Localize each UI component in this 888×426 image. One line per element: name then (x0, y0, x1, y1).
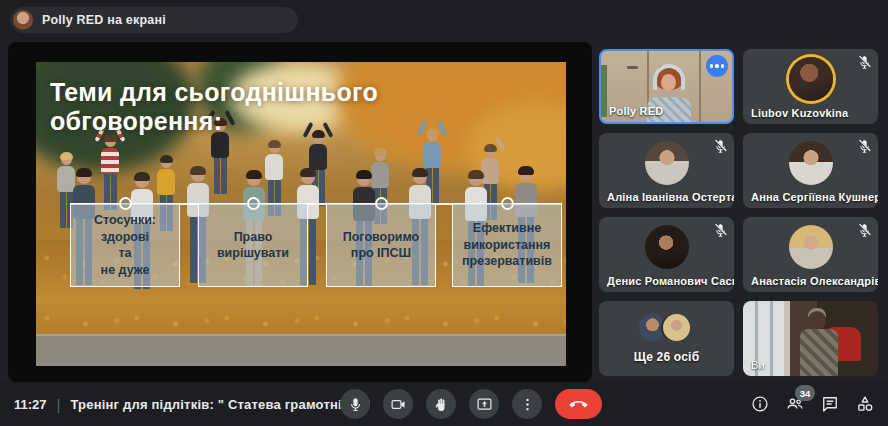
shared-screen-tile[interactable]: Теми для сьогоднішнього обговорення: Сто… (8, 42, 592, 382)
topic-marker-icon (501, 197, 514, 210)
camera-button[interactable] (383, 389, 413, 419)
slide-title: Теми для сьогоднішнього обговорення: (50, 78, 540, 136)
participant-tile-polly-red[interactable]: Polly RED (599, 49, 734, 124)
participant-name: Liubov Kuzovkina (751, 107, 848, 119)
more-participants-tile[interactable]: Ще 26 осіб (599, 301, 734, 376)
participant-avatar (789, 57, 833, 101)
end-call-button[interactable] (555, 389, 602, 419)
mic-off-icon (712, 138, 729, 155)
participant-video (808, 311, 826, 330)
meeting-panels: 34 (749, 382, 876, 426)
participants-button[interactable]: 34 (784, 393, 806, 415)
background-decor (601, 65, 607, 117)
raise-hand-button[interactable] (426, 389, 456, 419)
clock-time: 11:27 (14, 397, 47, 412)
topic-text: Поговоримо про ІПСШ (343, 229, 420, 262)
self-view-tile[interactable]: Ви (743, 301, 878, 376)
present-screen-button[interactable] (469, 389, 499, 419)
participant-avatar (639, 314, 666, 341)
tile-more-options-button[interactable] (706, 55, 728, 77)
participant-tile-anastasiia[interactable]: Анастасія Олександрівн... (743, 217, 878, 292)
activities-button[interactable] (854, 393, 876, 415)
mic-off-icon (856, 222, 873, 239)
call-controls (340, 389, 602, 419)
participant-tile-alina-ostertah[interactable]: Аліна Іванівна Остертаг (599, 133, 734, 208)
presenter-status-pill[interactable]: Polly RED на екрані (10, 7, 298, 33)
meeting-title: Тренінг для підлітків: " Статева грамотн… (70, 397, 370, 412)
more-participants-label: Ще 26 осіб (634, 350, 700, 364)
topic-text: Стосунки: здорові та не дуже (94, 212, 156, 278)
participant-avatar (789, 141, 833, 185)
participant-name: Денис Романович Саска (607, 275, 734, 287)
participant-tile-denys-saska[interactable]: Денис Романович Саска (599, 217, 734, 292)
meet-app: Polly RED на екрані (0, 0, 888, 426)
topic-text: Ефективне використання презервативів (462, 220, 552, 270)
mic-off-icon (856, 138, 873, 155)
participant-video (661, 74, 676, 91)
participants-grid: Polly RED Liubov Kuzovkina Аліна І (599, 49, 878, 376)
presenter-avatar (13, 10, 33, 30)
person-figure (98, 136, 122, 210)
topic-box-4: Ефективне використання презервативів (452, 203, 562, 287)
participant-name: Анна Сергіївна Кушнерик (751, 191, 878, 203)
topic-marker-icon (119, 197, 132, 210)
participant-avatar (645, 225, 689, 269)
topic-text: Право вирішувати (217, 229, 289, 262)
participant-avatar (645, 141, 689, 185)
mic-off-icon (712, 222, 729, 239)
topic-box-2: Право вирішувати (198, 203, 308, 287)
topic-marker-icon (247, 197, 260, 210)
presenter-status-label: Polly RED на екрані (42, 13, 166, 27)
participants-count-badge: 34 (795, 385, 815, 401)
topic-box-3: Поговоримо про ІПСШ (326, 203, 436, 287)
participant-name: Анастасія Олександрівн... (751, 275, 878, 287)
top-bar: Polly RED на екрані (0, 0, 888, 40)
participant-tile-liubov-kuzovkina[interactable]: Liubov Kuzovkina (743, 49, 878, 124)
topic-marker-icon (375, 197, 388, 210)
chat-button[interactable] (819, 393, 841, 415)
meeting-details-button[interactable] (749, 393, 771, 415)
participant-avatar (789, 225, 833, 269)
participant-name: Аліна Іванівна Остертаг (607, 191, 734, 203)
mic-button[interactable] (340, 389, 370, 419)
path-decor (36, 334, 566, 366)
presentation-slide: Теми для сьогоднішнього обговорення: Сто… (36, 62, 566, 366)
background-decor (699, 51, 701, 122)
self-view-label: Ви (751, 359, 765, 371)
background-decor (627, 66, 638, 69)
mic-off-icon (856, 54, 873, 71)
meeting-info: 11:27 | Тренінг для підлітків: " Статева… (14, 382, 370, 426)
participant-avatar (663, 314, 690, 341)
divider: | (57, 396, 61, 413)
participant-name: Polly RED (609, 105, 663, 117)
participant-tile-anna-kushneryk[interactable]: Анна Сергіївна Кушнерик (743, 133, 878, 208)
topic-box-1: Стосунки: здорові та не дуже (70, 203, 180, 287)
participant-video (800, 329, 838, 376)
bottom-bar: 11:27 | Тренінг для підлітків: " Статева… (0, 382, 888, 426)
background-decor (770, 301, 773, 376)
more-options-button[interactable] (512, 389, 542, 419)
